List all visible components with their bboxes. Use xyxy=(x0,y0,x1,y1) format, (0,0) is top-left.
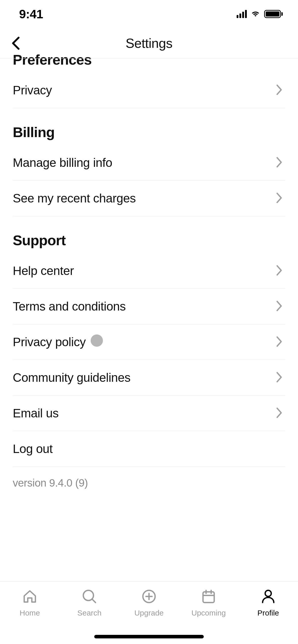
chevron-right-icon xyxy=(276,372,283,384)
row-label: Manage billing info xyxy=(13,156,112,170)
tab-profile[interactable]: Profile xyxy=(238,588,298,644)
profile-icon xyxy=(260,588,277,605)
row-label: Privacy policy xyxy=(13,335,86,349)
calendar-icon xyxy=(200,588,217,605)
svg-line-1 xyxy=(92,599,96,603)
tab-label: Home xyxy=(20,609,40,617)
row-label: Terms and conditions xyxy=(13,299,126,313)
chevron-right-icon xyxy=(276,192,283,204)
page-header: Settings xyxy=(0,28,298,58)
row-logout[interactable]: Log out xyxy=(13,431,285,467)
row-privacy[interactable]: Privacy xyxy=(13,72,285,108)
tab-home[interactable]: Home xyxy=(0,588,60,644)
tab-label: Search xyxy=(77,609,101,617)
row-label: Log out xyxy=(13,442,53,456)
chevron-right-icon xyxy=(276,336,283,348)
chevron-left-icon xyxy=(11,36,22,50)
page-title: Settings xyxy=(0,36,298,51)
indicator-dot-icon xyxy=(91,334,103,347)
row-label: Community guidelines xyxy=(13,371,130,385)
version-text: version 9.4.0 (9) xyxy=(13,477,285,489)
home-indicator[interactable] xyxy=(94,635,204,638)
tab-label: Upgrade xyxy=(134,609,164,617)
chevron-right-icon xyxy=(276,265,283,277)
section-header-billing: Billing xyxy=(13,124,285,140)
chevron-right-icon xyxy=(276,407,283,419)
row-email-us[interactable]: Email us xyxy=(13,396,285,431)
chevron-right-icon xyxy=(276,157,283,169)
chevron-right-icon xyxy=(276,84,283,96)
search-icon xyxy=(81,588,98,605)
row-manage-billing[interactable]: Manage billing info xyxy=(13,145,285,181)
plus-circle-icon xyxy=(140,588,158,605)
row-label: Help center xyxy=(13,264,74,278)
tab-label: Profile xyxy=(257,609,279,617)
status-bar: 9:41 xyxy=(0,0,298,28)
row-label: Privacy xyxy=(13,83,52,97)
row-recent-charges[interactable]: See my recent charges xyxy=(13,181,285,216)
svg-point-9 xyxy=(265,590,271,596)
wifi-icon xyxy=(250,9,261,19)
row-label: See my recent charges xyxy=(13,191,136,205)
row-privacy-policy[interactable]: Privacy policy xyxy=(13,324,285,360)
cellular-signal-icon xyxy=(237,10,247,18)
row-terms[interactable]: Terms and conditions xyxy=(13,289,285,324)
status-indicators xyxy=(237,9,283,19)
section-header-support: Support xyxy=(13,232,285,248)
status-time: 9:41 xyxy=(19,7,43,21)
row-label: Email us xyxy=(13,406,59,420)
battery-icon xyxy=(264,10,283,18)
svg-rect-5 xyxy=(203,592,214,603)
tab-label: Upcoming xyxy=(191,609,226,617)
chevron-right-icon xyxy=(276,300,283,313)
back-button[interactable] xyxy=(7,34,25,52)
row-community-guidelines[interactable]: Community guidelines xyxy=(13,360,285,396)
row-help-center[interactable]: Help center xyxy=(13,253,285,289)
home-icon xyxy=(21,588,38,605)
